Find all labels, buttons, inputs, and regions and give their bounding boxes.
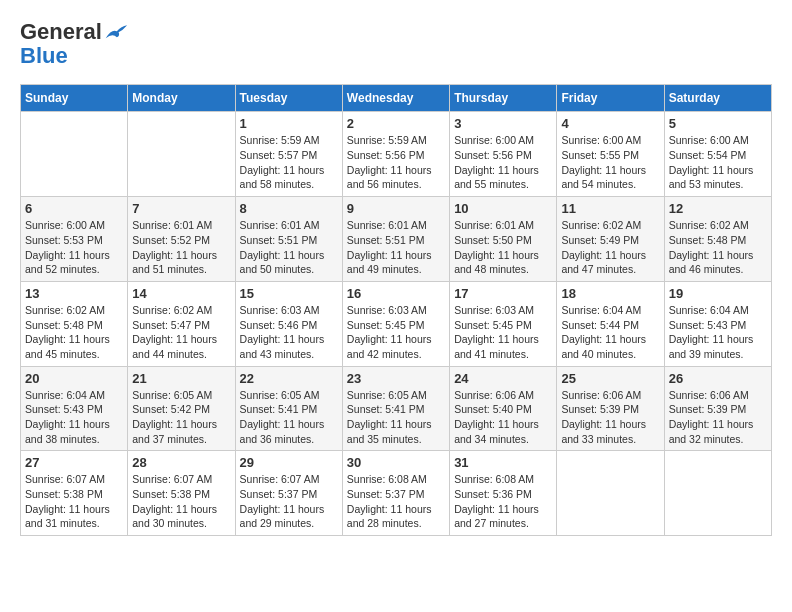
- day-detail: Sunrise: 6:07 AM Sunset: 5:37 PM Dayligh…: [240, 472, 338, 531]
- day-number: 27: [25, 455, 123, 470]
- day-detail: Sunrise: 6:01 AM Sunset: 5:52 PM Dayligh…: [132, 218, 230, 277]
- day-number: 14: [132, 286, 230, 301]
- day-number: 30: [347, 455, 445, 470]
- day-detail: Sunrise: 6:07 AM Sunset: 5:38 PM Dayligh…: [132, 472, 230, 531]
- weekday-header: Wednesday: [342, 85, 449, 112]
- day-detail: Sunrise: 6:03 AM Sunset: 5:45 PM Dayligh…: [347, 303, 445, 362]
- calendar-cell: 17Sunrise: 6:03 AM Sunset: 5:45 PM Dayli…: [450, 281, 557, 366]
- calendar-cell: 16Sunrise: 6:03 AM Sunset: 5:45 PM Dayli…: [342, 281, 449, 366]
- day-number: 24: [454, 371, 552, 386]
- day-number: 11: [561, 201, 659, 216]
- day-number: 12: [669, 201, 767, 216]
- day-detail: Sunrise: 6:00 AM Sunset: 5:55 PM Dayligh…: [561, 133, 659, 192]
- logo: General Blue: [20, 20, 128, 68]
- logo-general-text: General: [20, 19, 102, 44]
- calendar-cell: 6Sunrise: 6:00 AM Sunset: 5:53 PM Daylig…: [21, 197, 128, 282]
- calendar-cell: 5Sunrise: 6:00 AM Sunset: 5:54 PM Daylig…: [664, 112, 771, 197]
- day-number: 21: [132, 371, 230, 386]
- calendar-cell: [128, 112, 235, 197]
- day-detail: Sunrise: 6:04 AM Sunset: 5:43 PM Dayligh…: [25, 388, 123, 447]
- day-number: 4: [561, 116, 659, 131]
- calendar-header-row: SundayMondayTuesdayWednesdayThursdayFrid…: [21, 85, 772, 112]
- day-number: 16: [347, 286, 445, 301]
- calendar-week-row: 20Sunrise: 6:04 AM Sunset: 5:43 PM Dayli…: [21, 366, 772, 451]
- day-number: 28: [132, 455, 230, 470]
- calendar-week-row: 27Sunrise: 6:07 AM Sunset: 5:38 PM Dayli…: [21, 451, 772, 536]
- day-number: 17: [454, 286, 552, 301]
- day-detail: Sunrise: 6:02 AM Sunset: 5:48 PM Dayligh…: [25, 303, 123, 362]
- day-detail: Sunrise: 6:02 AM Sunset: 5:48 PM Dayligh…: [669, 218, 767, 277]
- day-detail: Sunrise: 6:01 AM Sunset: 5:51 PM Dayligh…: [347, 218, 445, 277]
- day-detail: Sunrise: 5:59 AM Sunset: 5:57 PM Dayligh…: [240, 133, 338, 192]
- day-detail: Sunrise: 6:06 AM Sunset: 5:40 PM Dayligh…: [454, 388, 552, 447]
- day-detail: Sunrise: 6:01 AM Sunset: 5:50 PM Dayligh…: [454, 218, 552, 277]
- calendar-week-row: 6Sunrise: 6:00 AM Sunset: 5:53 PM Daylig…: [21, 197, 772, 282]
- weekday-header: Monday: [128, 85, 235, 112]
- calendar-cell: 22Sunrise: 6:05 AM Sunset: 5:41 PM Dayli…: [235, 366, 342, 451]
- day-number: 19: [669, 286, 767, 301]
- day-detail: Sunrise: 6:07 AM Sunset: 5:38 PM Dayligh…: [25, 472, 123, 531]
- calendar-cell: [557, 451, 664, 536]
- day-number: 22: [240, 371, 338, 386]
- day-number: 25: [561, 371, 659, 386]
- calendar-cell: 14Sunrise: 6:02 AM Sunset: 5:47 PM Dayli…: [128, 281, 235, 366]
- day-number: 20: [25, 371, 123, 386]
- day-number: 18: [561, 286, 659, 301]
- day-number: 1: [240, 116, 338, 131]
- day-detail: Sunrise: 6:08 AM Sunset: 5:36 PM Dayligh…: [454, 472, 552, 531]
- calendar-cell: 20Sunrise: 6:04 AM Sunset: 5:43 PM Dayli…: [21, 366, 128, 451]
- calendar-cell: 26Sunrise: 6:06 AM Sunset: 5:39 PM Dayli…: [664, 366, 771, 451]
- calendar-cell: 29Sunrise: 6:07 AM Sunset: 5:37 PM Dayli…: [235, 451, 342, 536]
- day-number: 31: [454, 455, 552, 470]
- calendar-cell: 23Sunrise: 6:05 AM Sunset: 5:41 PM Dayli…: [342, 366, 449, 451]
- day-number: 13: [25, 286, 123, 301]
- calendar-week-row: 1Sunrise: 5:59 AM Sunset: 5:57 PM Daylig…: [21, 112, 772, 197]
- weekday-header: Tuesday: [235, 85, 342, 112]
- day-detail: Sunrise: 6:05 AM Sunset: 5:41 PM Dayligh…: [240, 388, 338, 447]
- calendar-table: SundayMondayTuesdayWednesdayThursdayFrid…: [20, 84, 772, 536]
- logo-bird-icon: [104, 24, 128, 42]
- day-detail: Sunrise: 6:00 AM Sunset: 5:56 PM Dayligh…: [454, 133, 552, 192]
- weekday-header: Saturday: [664, 85, 771, 112]
- day-detail: Sunrise: 6:03 AM Sunset: 5:45 PM Dayligh…: [454, 303, 552, 362]
- day-number: 26: [669, 371, 767, 386]
- calendar-cell: 28Sunrise: 6:07 AM Sunset: 5:38 PM Dayli…: [128, 451, 235, 536]
- day-number: 3: [454, 116, 552, 131]
- day-detail: Sunrise: 6:05 AM Sunset: 5:42 PM Dayligh…: [132, 388, 230, 447]
- calendar-cell: 10Sunrise: 6:01 AM Sunset: 5:50 PM Dayli…: [450, 197, 557, 282]
- day-number: 6: [25, 201, 123, 216]
- day-detail: Sunrise: 6:02 AM Sunset: 5:47 PM Dayligh…: [132, 303, 230, 362]
- calendar-cell: 3Sunrise: 6:00 AM Sunset: 5:56 PM Daylig…: [450, 112, 557, 197]
- day-number: 29: [240, 455, 338, 470]
- day-detail: Sunrise: 6:02 AM Sunset: 5:49 PM Dayligh…: [561, 218, 659, 277]
- calendar-cell: 27Sunrise: 6:07 AM Sunset: 5:38 PM Dayli…: [21, 451, 128, 536]
- calendar-cell: 19Sunrise: 6:04 AM Sunset: 5:43 PM Dayli…: [664, 281, 771, 366]
- day-detail: Sunrise: 6:00 AM Sunset: 5:54 PM Dayligh…: [669, 133, 767, 192]
- calendar-cell: 8Sunrise: 6:01 AM Sunset: 5:51 PM Daylig…: [235, 197, 342, 282]
- calendar-cell: 9Sunrise: 6:01 AM Sunset: 5:51 PM Daylig…: [342, 197, 449, 282]
- day-detail: Sunrise: 6:00 AM Sunset: 5:53 PM Dayligh…: [25, 218, 123, 277]
- day-number: 8: [240, 201, 338, 216]
- calendar-cell: 21Sunrise: 6:05 AM Sunset: 5:42 PM Dayli…: [128, 366, 235, 451]
- weekday-header: Thursday: [450, 85, 557, 112]
- calendar-cell: 7Sunrise: 6:01 AM Sunset: 5:52 PM Daylig…: [128, 197, 235, 282]
- day-detail: Sunrise: 6:03 AM Sunset: 5:46 PM Dayligh…: [240, 303, 338, 362]
- day-detail: Sunrise: 6:04 AM Sunset: 5:44 PM Dayligh…: [561, 303, 659, 362]
- page-header: General Blue: [20, 20, 772, 68]
- day-number: 10: [454, 201, 552, 216]
- weekday-header: Friday: [557, 85, 664, 112]
- day-detail: Sunrise: 6:06 AM Sunset: 5:39 PM Dayligh…: [561, 388, 659, 447]
- day-detail: Sunrise: 6:06 AM Sunset: 5:39 PM Dayligh…: [669, 388, 767, 447]
- calendar-cell: [21, 112, 128, 197]
- day-detail: Sunrise: 6:08 AM Sunset: 5:37 PM Dayligh…: [347, 472, 445, 531]
- day-number: 15: [240, 286, 338, 301]
- calendar-cell: 11Sunrise: 6:02 AM Sunset: 5:49 PM Dayli…: [557, 197, 664, 282]
- calendar-cell: 12Sunrise: 6:02 AM Sunset: 5:48 PM Dayli…: [664, 197, 771, 282]
- calendar-cell: 31Sunrise: 6:08 AM Sunset: 5:36 PM Dayli…: [450, 451, 557, 536]
- day-number: 2: [347, 116, 445, 131]
- calendar-cell: 15Sunrise: 6:03 AM Sunset: 5:46 PM Dayli…: [235, 281, 342, 366]
- day-detail: Sunrise: 6:05 AM Sunset: 5:41 PM Dayligh…: [347, 388, 445, 447]
- calendar-cell: 30Sunrise: 6:08 AM Sunset: 5:37 PM Dayli…: [342, 451, 449, 536]
- calendar-cell: 18Sunrise: 6:04 AM Sunset: 5:44 PM Dayli…: [557, 281, 664, 366]
- calendar-cell: [664, 451, 771, 536]
